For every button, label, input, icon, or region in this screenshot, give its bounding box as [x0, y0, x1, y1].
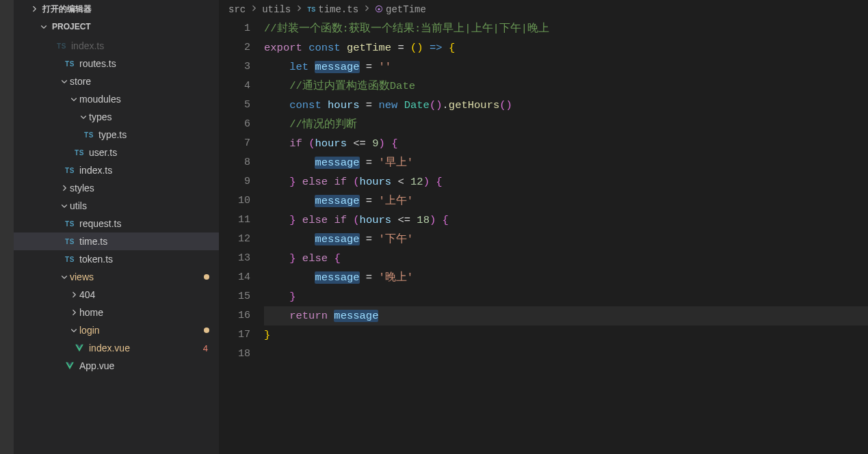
breadcrumb-item[interactable]: TStime.ts	[307, 4, 358, 15]
file-label: styles	[70, 183, 212, 193]
tree-file[interactable]: App.vue	[14, 357, 219, 375]
file-label: type.ts	[98, 129, 212, 140]
chevron-right-icon	[68, 308, 79, 317]
vue-icon	[73, 343, 86, 353]
file-label: App.vue	[79, 360, 212, 371]
tree-file[interactable]: TSuser.ts	[14, 144, 219, 161]
tree-folder[interactable]: utils	[14, 197, 219, 215]
code-line[interactable]: }	[264, 325, 868, 345]
activity-bar[interactable]	[0, 0, 14, 454]
open-editors-header[interactable]: 打开的编辑器	[14, 0, 219, 18]
file-label: request.ts	[79, 218, 212, 229]
code-line[interactable]: message = '晚上'	[264, 268, 868, 287]
project-header[interactable]: PROJECT	[14, 18, 219, 36]
code-area[interactable]: 123456789101112131415161718 //封装一个函数:获取一…	[219, 19, 868, 454]
tree-file[interactable]: TSrequest.ts	[14, 215, 219, 232]
tree-file[interactable]: TStype.ts	[14, 126, 219, 144]
tree-folder[interactable]: home	[14, 304, 219, 321]
file-label: utils	[70, 200, 212, 211]
tree-folder[interactable]: styles	[14, 179, 219, 197]
ts-icon: TS	[307, 6, 315, 14]
chevron-right-icon	[59, 184, 70, 192]
tree-folder[interactable]: login	[14, 321, 219, 339]
file-label: token.ts	[79, 254, 212, 265]
line-number: 13	[219, 249, 250, 268]
code-line[interactable]: } else if (hours <= 18) {	[264, 211, 868, 230]
code-line[interactable]: }	[264, 287, 868, 306]
code-line[interactable]: message = '上午'	[264, 191, 868, 211]
tree-file[interactable]: TSindex.ts	[14, 37, 219, 55]
project-label: PROJECT	[52, 22, 91, 31]
breadcrumb-item[interactable]: ⦿getTime	[375, 4, 426, 15]
git-modified-dot-icon	[204, 274, 209, 280]
file-label: store	[70, 76, 212, 87]
gutter: 123456789101112131415161718	[219, 19, 264, 454]
chevron-down-icon	[38, 23, 49, 31]
tree-file[interactable]: TSroutes.ts	[14, 55, 219, 72]
file-label: 404	[79, 289, 212, 300]
code-line[interactable]: let message = ''	[264, 57, 868, 77]
breadcrumb-item[interactable]: utils	[262, 4, 291, 15]
tree-folder[interactable]: store	[14, 72, 219, 90]
line-number: 15	[219, 287, 250, 306]
code-line[interactable]: //情况的判断	[264, 115, 868, 134]
line-number: 9	[219, 172, 250, 191]
chevron-down-icon	[78, 113, 89, 121]
tree-file[interactable]: TStime.ts	[14, 232, 219, 250]
breadcrumb-label: getTime	[386, 4, 426, 15]
chevron-down-icon	[59, 77, 70, 85]
line-number: 16	[219, 306, 250, 325]
file-tree: TSindex.tsTSroutes.tsstoremoudulestypesT…	[14, 36, 219, 375]
tree-file[interactable]: TSindex.ts	[14, 161, 219, 179]
file-label: time.ts	[79, 236, 212, 247]
tree-folder[interactable]: moudules	[14, 90, 219, 108]
code-line[interactable]: //封装一个函数:获取一个结果:当前早上|上午|下午|晚上	[264, 19, 868, 38]
line-number: 2	[219, 38, 250, 57]
tree-file[interactable]: index.vue4	[14, 339, 219, 357]
chevron-right-icon	[68, 291, 79, 299]
tree-file[interactable]: TStoken.ts	[14, 250, 219, 268]
ts-icon: TS	[55, 42, 68, 50]
code-line[interactable]: message = '下午'	[264, 230, 868, 249]
vue-icon	[63, 361, 77, 371]
ts-icon: TS	[63, 238, 77, 245]
line-number: 1	[219, 19, 250, 38]
line-number: 7	[219, 134, 250, 153]
breadcrumb-label: src	[228, 4, 246, 15]
code-line[interactable]: } else if (hours < 12) {	[264, 172, 868, 191]
sidebar: 打开的编辑器 PROJECT TSindex.tsTSroutes.tsstor…	[14, 0, 219, 454]
file-label: index.ts	[79, 165, 212, 176]
breadcrumb-item[interactable]: src	[228, 4, 246, 15]
open-editors-label: 打开的编辑器	[42, 3, 92, 15]
file-label: login	[79, 325, 204, 336]
code-line[interactable]	[264, 345, 868, 364]
code-line[interactable]: const hours = new Date().getHours()	[264, 96, 868, 115]
code-line[interactable]: //通过内置构造函数Date	[264, 77, 868, 96]
code-line[interactable]: return message	[264, 306, 868, 325]
tree-folder[interactable]: views	[14, 268, 219, 286]
line-number: 4	[219, 77, 250, 96]
ts-icon: TS	[63, 60, 77, 68]
breadcrumb-label: time.ts	[318, 4, 358, 15]
git-problem-count: 4	[203, 343, 208, 353]
code-line[interactable]: message = '早上'	[264, 153, 868, 172]
ts-icon: TS	[63, 167, 77, 174]
chevron-right-icon	[250, 4, 258, 15]
code-line[interactable]: } else {	[264, 249, 868, 268]
tree-folder[interactable]: types	[14, 108, 219, 126]
code-line[interactable]: export const getTime = () => {	[264, 38, 868, 57]
file-label: index.vue	[89, 343, 203, 353]
ts-icon: TS	[63, 220, 77, 228]
function-icon: ⦿	[375, 5, 383, 15]
breadcrumb-label: utils	[262, 4, 291, 15]
ts-icon: TS	[73, 149, 86, 157]
line-number: 12	[219, 230, 250, 249]
file-label: index.ts	[71, 40, 212, 51]
chevron-down-icon	[59, 273, 70, 281]
code-line[interactable]: if (hours <= 9) {	[264, 134, 868, 153]
code-content[interactable]: //封装一个函数:获取一个结果:当前早上|上午|下午|晚上export cons…	[264, 19, 868, 454]
chevron-right-icon	[363, 4, 371, 15]
tree-folder[interactable]: 404	[14, 286, 219, 304]
editor: srcutilsTStime.ts⦿getTime 12345678910111…	[219, 0, 868, 454]
breadcrumbs[interactable]: srcutilsTStime.ts⦿getTime	[219, 0, 868, 19]
